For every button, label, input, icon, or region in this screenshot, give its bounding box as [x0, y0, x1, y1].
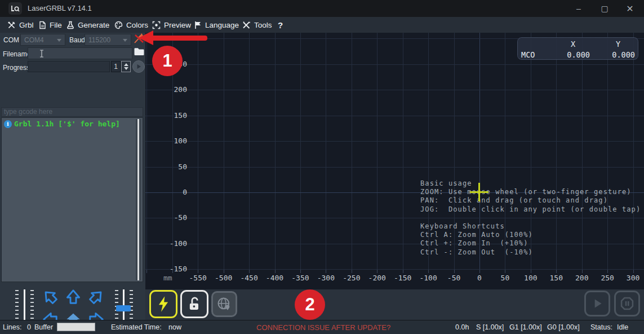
g0-override[interactable]: G0 [1.00x]: [547, 323, 580, 331]
jog-up-button[interactable]: [61, 285, 85, 308]
axis-tick: [377, 270, 377, 273]
gridline-horizontal: [145, 269, 644, 270]
dro-row-label: MCO: [521, 50, 550, 59]
y-axis-tick-label: 0: [154, 188, 187, 196]
dro-y-header: Y: [596, 39, 641, 49]
step-slider-handle[interactable]: [116, 305, 131, 311]
axis-tick: [198, 270, 198, 273]
axis-tick: [479, 270, 480, 273]
menu-generate[interactable]: Generate: [66, 17, 109, 33]
dro-x-header: X: [550, 39, 596, 49]
window-title: LaserGRBL v7.14.1: [28, 4, 92, 12]
usage-help-overlay: Basic usage ZOOM: Use mouse wheel (or tw…: [420, 179, 641, 257]
run-program-button[interactable]: [132, 60, 145, 73]
gridline-vertical: [326, 33, 326, 270]
open-file-button[interactable]: [134, 47, 145, 57]
baud-label: Baud: [69, 36, 85, 44]
console-log[interactable]: iGrbl 1.1h ['$' for help]: [1, 117, 143, 282]
unlock-button[interactable]: [180, 290, 208, 318]
axis-tick: [224, 270, 224, 273]
title-bar: LaserGRBL v7.14.1 – ▢ ✕: [0, 0, 644, 17]
console-text: Grbl 1.1h ['$' for help]: [14, 120, 120, 128]
gridline-horizontal: [145, 141, 644, 142]
status-value: Idle: [617, 323, 628, 331]
axis-tick: [582, 270, 583, 273]
app-logo-icon: [8, 2, 22, 15]
axis-tick: [326, 270, 326, 273]
close-button[interactable]: ✕: [621, 0, 638, 17]
g1-override[interactable]: G1 [1.00x]: [509, 323, 542, 331]
menu-tools[interactable]: Tools: [242, 17, 272, 33]
pause-octagon-icon: [619, 296, 635, 311]
gcode-command-input[interactable]: type gcode here: [1, 107, 143, 117]
gridline-vertical: [352, 33, 352, 270]
minimize-button[interactable]: –: [570, 0, 587, 17]
jog-up-right-button[interactable]: [85, 285, 108, 308]
unlock-icon: [186, 296, 202, 312]
console-scrollbar[interactable]: [136, 119, 141, 280]
play-icon: [136, 64, 141, 69]
gridline-vertical: [249, 33, 250, 270]
palette-icon: [114, 21, 123, 29]
lightning-icon: [156, 296, 171, 313]
progress-label: Progress: [3, 64, 30, 72]
axis-tick: [275, 270, 276, 273]
filename-input[interactable]: [28, 47, 132, 59]
crossed-tools-icon: [242, 21, 251, 29]
gridline-vertical: [300, 33, 301, 270]
annotation-arrow: [151, 36, 207, 41]
com-port-select[interactable]: COM4: [20, 34, 65, 46]
custom-buttons-bar[interactable]: Right click here to add custom buttons: [145, 289, 644, 320]
axis-tick: [249, 270, 250, 273]
menu-help[interactable]: ?: [278, 17, 283, 33]
dro-y-value: 0.000: [596, 50, 641, 59]
text-cursor-icon: [39, 50, 44, 58]
play-job-button[interactable]: [584, 291, 610, 317]
menu-language[interactable]: Language: [194, 17, 239, 33]
pause-job-button[interactable]: [614, 291, 640, 317]
annotation-step-2: 2: [295, 289, 325, 320]
gridline-vertical: [377, 33, 377, 270]
file-icon: [38, 21, 46, 29]
lasergrbl-window: LaserGRBL v7.14.1 – ▢ ✕ Grbl File Genera…: [0, 0, 644, 334]
maximize-button[interactable]: ▢: [596, 0, 613, 17]
chevron-down-icon: [123, 39, 127, 42]
estimated-time-label: Estimated Time:: [111, 323, 162, 331]
estimated-time-value: now: [168, 323, 181, 331]
passes-count-field[interactable]: 1: [111, 61, 121, 72]
baud-rate-select[interactable]: 115200: [85, 34, 131, 46]
s-override[interactable]: S [1.00x]: [476, 323, 504, 331]
axis-tick: [607, 270, 608, 273]
info-icon: i: [4, 120, 12, 128]
axis-tick: [146, 270, 147, 273]
progress-bar: [28, 61, 110, 72]
scrollbar-thumb[interactable]: [137, 119, 139, 280]
homing-button[interactable]: [211, 291, 237, 317]
spin-up-icon[interactable]: [124, 63, 128, 66]
menu-file[interactable]: File: [38, 17, 62, 33]
menu-grbl[interactable]: Grbl: [7, 17, 34, 33]
menu-preview[interactable]: Preview: [152, 17, 191, 33]
gridline-vertical: [403, 33, 403, 270]
gridline-horizontal: [145, 167, 644, 168]
annotation-arrow-head-icon: [139, 30, 153, 45]
axis-tick: [352, 270, 352, 273]
jog-up-left-button[interactable]: [38, 285, 61, 308]
y-axis-tick-label: 200: [154, 85, 187, 94]
axis-tick: [300, 270, 301, 273]
y-axis-tick-label: 50: [154, 162, 187, 171]
status-label: Status:: [590, 323, 612, 331]
y-axis-tick-label: -150: [154, 265, 187, 273]
focus-laser-button[interactable]: [149, 290, 177, 318]
axis-tick: [403, 270, 403, 273]
y-axis-tick-label: 150: [154, 111, 187, 120]
axis-unit-label: mm: [163, 274, 172, 282]
passes-stepper[interactable]: [121, 61, 131, 72]
folder-icon: [134, 47, 145, 56]
buffer-label: Buffer: [34, 323, 53, 331]
com-label: COM: [3, 36, 19, 44]
connection-issue-link[interactable]: CONNECTION ISSUE AFTER UPDATE?: [256, 323, 390, 332]
axis-tick: [531, 270, 531, 273]
spin-down-icon[interactable]: [124, 67, 128, 70]
lines-value: 0: [27, 323, 31, 331]
